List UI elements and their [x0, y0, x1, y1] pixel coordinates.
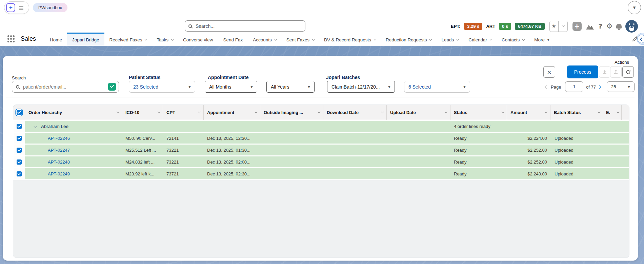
- user-avatar[interactable]: [625, 20, 638, 33]
- hamburger-menu-icon[interactable]: [18, 4, 24, 11]
- col-upload-date[interactable]: Upload Date: [387, 105, 450, 120]
- assistant-pill[interactable]: [4, 1, 29, 14]
- group-summary: 4 order lines ready: [454, 124, 490, 129]
- prev-page-icon[interactable]: [545, 86, 548, 89]
- sandbox-badge: PWsandbox: [33, 3, 67, 12]
- row-checkbox[interactable]: [17, 171, 22, 176]
- order-link[interactable]: APT-02247: [48, 148, 70, 153]
- status-cell: Ready: [450, 168, 507, 179]
- tab-jopari-bridge[interactable]: Jopari Bridge: [67, 33, 104, 46]
- tab-send-fax[interactable]: Send Fax: [218, 33, 248, 46]
- setup-gear-icon[interactable]: [606, 22, 612, 30]
- caret-down-icon: [250, 85, 253, 89]
- icd10-cell: M24.832 left ...: [122, 156, 163, 167]
- collapse-caret-button[interactable]: [628, 1, 641, 14]
- refresh-button[interactable]: [622, 66, 634, 78]
- chevron-left-icon: [637, 35, 644, 43]
- favorite-star-icon[interactable]: [550, 21, 559, 32]
- table-row: APT-02246 M50. 90 Cerv... 72141 Dec 13, …: [13, 133, 629, 145]
- patient-status-dropdown[interactable]: 23 Selected: [129, 81, 195, 93]
- status-cell: Ready: [450, 133, 507, 144]
- month-dropdown[interactable]: All Months: [205, 81, 257, 93]
- tab-leads[interactable]: Leads: [436, 33, 463, 46]
- help-icon[interactable]: [599, 22, 603, 30]
- global-search-input[interactable]: [195, 23, 302, 29]
- ept-label: EPT:: [451, 24, 460, 29]
- chevron-down-icon: [456, 38, 459, 40]
- tab-sent-faxes[interactable]: Sent Faxes: [281, 33, 319, 46]
- tab-home[interactable]: Home: [45, 33, 67, 46]
- batch-status-cell: Uploaded: [550, 168, 603, 179]
- row-checkbox[interactable]: [17, 136, 22, 141]
- favorites-caret-icon[interactable]: [559, 21, 567, 32]
- caret-down-icon: [628, 85, 630, 89]
- notifications-bell-icon[interactable]: [616, 24, 622, 29]
- appointment-cell: Dec 13, 2025, 02:30...: [204, 168, 260, 179]
- order-link[interactable]: APT-02248: [48, 159, 70, 165]
- jopari-batches-label: Jopari Batches: [326, 75, 360, 80]
- amount-cell: $2,224.00: [507, 133, 550, 144]
- group-name[interactable]: Abraham Lee: [41, 124, 68, 129]
- tab-accounts[interactable]: Accounts: [248, 33, 281, 46]
- col-icd-10[interactable]: ICD-10: [122, 105, 163, 120]
- tab-more[interactable]: More: [529, 33, 555, 46]
- page-number-input[interactable]: [565, 81, 583, 92]
- chevron-down-icon: [274, 38, 277, 40]
- filter-search-box[interactable]: [12, 81, 119, 93]
- cpt-cell: 72141: [163, 133, 204, 144]
- patient-status-label: Patient Status: [129, 75, 160, 80]
- chevron-down-icon: [501, 110, 504, 113]
- batch-status-cell: Uploaded: [550, 145, 603, 155]
- art-badge: 0 s: [499, 23, 511, 30]
- tab-converse-view[interactable]: Converse view: [178, 33, 218, 46]
- table-row: APT-02247 M25.512 Left ... 73221 Dec 13,…: [13, 145, 629, 156]
- extension-check-icon: [108, 83, 116, 91]
- outside-imaging-cell: [260, 168, 323, 179]
- col-download-date[interactable]: Download Date: [323, 105, 387, 120]
- page-total-label: of 77: [586, 84, 596, 90]
- order-link[interactable]: APT-02246: [48, 136, 70, 141]
- tab-tasks[interactable]: Tasks: [152, 33, 178, 46]
- clear-button[interactable]: [543, 66, 555, 78]
- col-batch-status[interactable]: Batch Status: [550, 105, 603, 120]
- row-checkbox[interactable]: [17, 148, 22, 153]
- tab-calendar[interactable]: Calendar: [463, 33, 497, 46]
- download-date-cell: [323, 156, 387, 167]
- global-actions-icon[interactable]: [572, 22, 582, 31]
- tab-bv-record-requests[interactable]: BV & Record Requests: [319, 33, 381, 46]
- appointment-cell: Dec 13, 2025, 01:30...: [204, 145, 260, 155]
- upload-button[interactable]: [610, 66, 622, 78]
- tab-contacts[interactable]: Contacts: [497, 33, 529, 46]
- order-link[interactable]: APT-02249: [48, 171, 70, 176]
- batch-dropdown[interactable]: ClaimBatch-12/17/20...: [327, 81, 395, 93]
- col-e[interactable]: E.: [603, 105, 622, 120]
- col-cpt[interactable]: CPT: [163, 105, 204, 120]
- group-checkbox[interactable]: [17, 124, 22, 129]
- filter-search-input[interactable]: [22, 84, 105, 90]
- batch-selected-dropdown[interactable]: 6 Selected: [404, 81, 470, 93]
- download-button[interactable]: [599, 66, 610, 78]
- search-icon: [16, 85, 19, 89]
- tab-reduction-requests[interactable]: Reduction Requests: [381, 33, 437, 46]
- global-search[interactable]: [185, 20, 305, 32]
- col-amount[interactable]: Amount: [507, 105, 550, 120]
- chevron-down-icon: [489, 38, 492, 40]
- upload-date-cell: [387, 156, 450, 167]
- next-page-icon[interactable]: [598, 86, 601, 89]
- favorites-split-button[interactable]: [549, 21, 568, 32]
- select-all-checkbox[interactable]: [17, 110, 22, 115]
- page-size-dropdown[interactable]: 25: [607, 81, 635, 92]
- collapse-group-icon[interactable]: [34, 125, 37, 128]
- app-launcher-icon[interactable]: [7, 35, 15, 42]
- year-dropdown[interactable]: All Years: [266, 81, 315, 93]
- col-appointment[interactable]: Appointment: [204, 105, 260, 120]
- col-order-hierarchy[interactable]: Order Hierarchy: [25, 105, 122, 120]
- trailhead-icon[interactable]: [585, 22, 595, 30]
- row-checkbox[interactable]: [17, 159, 22, 165]
- col-outside-imaging[interactable]: Outside Imaging ...: [260, 105, 323, 120]
- tab-received-faxes[interactable]: Received Faxes: [104, 33, 152, 46]
- appointment-date-label: Appointment Date: [208, 75, 249, 80]
- process-button[interactable]: Process: [567, 65, 598, 78]
- download-date-cell: [323, 145, 387, 155]
- col-status[interactable]: Status: [450, 105, 507, 120]
